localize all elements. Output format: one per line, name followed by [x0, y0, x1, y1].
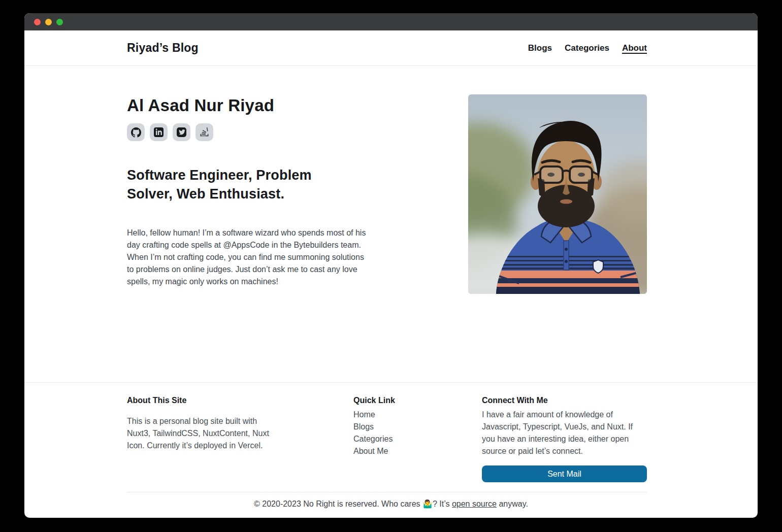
- quicklink-blogs[interactable]: Blogs: [353, 421, 425, 433]
- quick-links-list: Home Blogs Categories About Me: [353, 409, 425, 457]
- about-section: Al Asad Nur Riyad: [24, 66, 758, 382]
- profile-photo: [468, 94, 647, 294]
- copyright-text: © 2020-2023 No Right is reserved. Who ca…: [254, 500, 452, 508]
- copyright-suffix: anyway.: [497, 500, 528, 508]
- tagline: Software Engineer, Problem Solver, Web E…: [127, 166, 350, 204]
- browser-window: Riyad’s Blog Blogs Categories About Al A…: [24, 13, 758, 518]
- window-titlebar: [24, 13, 758, 30]
- nav-about[interactable]: About: [622, 43, 647, 53]
- main-nav: Blogs Categories About: [528, 43, 647, 53]
- footer-quicklinks-column: Quick Link Home Blogs Categories About M…: [353, 396, 425, 482]
- footer-quicklinks-title: Quick Link: [353, 396, 425, 405]
- quicklink-about-me[interactable]: About Me: [353, 445, 425, 457]
- sent-mail-button[interactable]: Sent Mail: [482, 466, 647, 482]
- linkedin-icon: [154, 127, 164, 137]
- stackoverflow-icon: [200, 127, 209, 137]
- footer-about-text: This is a personal blog site built with …: [127, 415, 279, 452]
- copyright-line: © 2020-2023 No Right is reserved. Who ca…: [24, 499, 758, 509]
- twitter-icon: [177, 127, 186, 137]
- open-source-link[interactable]: open source: [452, 500, 497, 508]
- social-links: [127, 123, 367, 141]
- site-footer: About This Site This is a personal blog …: [24, 382, 758, 509]
- intro-column: Al Asad Nur Riyad: [127, 94, 367, 288]
- quicklink-home[interactable]: Home: [353, 409, 425, 421]
- github-icon: [131, 127, 141, 138]
- footer-about-column: About This Site This is a personal blog …: [127, 396, 279, 482]
- nav-categories[interactable]: Categories: [565, 43, 609, 53]
- nav-blogs[interactable]: Blogs: [528, 43, 552, 53]
- footer-about-title: About This Site: [127, 396, 279, 405]
- footer-connect-column: Connect With Me I have a fair amount of …: [482, 396, 647, 482]
- twitter-link[interactable]: [173, 123, 190, 141]
- bio-paragraph: Hello, fellow human! I’m a software wiza…: [127, 227, 367, 288]
- stackoverflow-link[interactable]: [196, 123, 213, 141]
- maximize-window-button[interactable]: [56, 19, 63, 25]
- close-window-button[interactable]: [34, 19, 41, 25]
- linkedin-link[interactable]: [150, 123, 168, 141]
- site-logo[interactable]: Riyad’s Blog: [127, 41, 199, 55]
- footer-connect-text: I have a fair amount of knowledge of Jav…: [482, 409, 647, 457]
- quicklink-categories[interactable]: Categories: [353, 433, 425, 445]
- footer-divider: [127, 492, 647, 492]
- footer-connect-title: Connect With Me: [482, 396, 647, 405]
- page-title: Al Asad Nur Riyad: [127, 96, 367, 115]
- minimize-window-button[interactable]: [45, 19, 52, 25]
- site-header: Riyad’s Blog Blogs Categories About: [24, 30, 758, 66]
- github-link[interactable]: [127, 123, 145, 141]
